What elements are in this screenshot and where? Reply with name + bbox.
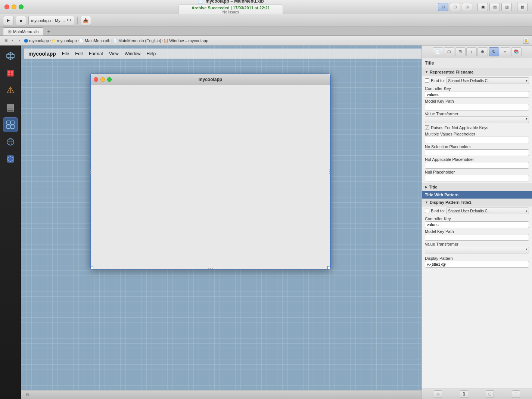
maximize-button[interactable]: [19, 4, 24, 9]
sidebar-icon-cube2[interactable]: [3, 152, 18, 166]
app-menu-bar: mycoolapp File Edit Format View Window H…: [24, 49, 421, 59]
mac-minimize-btn[interactable]: [100, 77, 105, 82]
breadcrumb-label-4: MainMenu.xib (English): [118, 38, 161, 43]
disclosure-arrow-icon: ▼: [425, 70, 428, 74]
menu-format[interactable]: Format: [89, 51, 103, 56]
sidebar-icon-active[interactable]: [3, 117, 18, 132]
resize-bl[interactable]: [90, 266, 93, 269]
lock-icon[interactable]: 🔒: [523, 38, 529, 44]
inspector-effects-btn[interactable]: 📚: [511, 47, 522, 56]
breadcrumb-item-2[interactable]: 📁 mycoolapp: [52, 38, 77, 43]
add-tab-button[interactable]: +: [45, 28, 52, 35]
controller-key-input[interactable]: [425, 91, 529, 98]
tab-label: MainMenu.xib: [13, 29, 38, 34]
inspector-file-btn[interactable]: 📄: [433, 47, 443, 56]
inspector-quick-btn[interactable]: ⬡: [444, 47, 454, 56]
svg-rect-16: [11, 121, 14, 124]
breadcrumb-grid-icon[interactable]: ⊞: [3, 37, 9, 44]
menu-help[interactable]: Help: [146, 51, 156, 56]
inspector-identity-btn[interactable]: ⊟: [455, 47, 466, 56]
display-pattern-input[interactable]: [425, 261, 529, 268]
inspector-connections-btn[interactable]: ↻: [489, 47, 499, 56]
breadcrumb-sep-3: ›: [111, 38, 112, 43]
run-button[interactable]: ▶: [3, 16, 13, 25]
add-object-btn[interactable]: ⊞: [434, 390, 442, 398]
sidebar-icon-sphere[interactable]: [3, 134, 18, 149]
close-button[interactable]: [4, 4, 9, 9]
not-applicable-label: Not Applicable Placeholder: [422, 156, 532, 162]
null-placeholder-input[interactable]: [425, 175, 529, 181]
bind-to-checkbox[interactable]: [425, 78, 429, 83]
inspector-size-btn[interactable]: ⊕: [477, 47, 488, 56]
breadcrumb-item-3[interactable]: 📄 MainMenu.xib: [80, 38, 110, 43]
model-key-path-input-2[interactable]: [425, 234, 529, 241]
represented-filename-label: Represented Filename: [430, 70, 473, 74]
activity-monitor-btn[interactable]: 📥: [81, 16, 91, 25]
breadcrumb-item-4[interactable]: 📄 MainMenu.xib (English): [113, 38, 161, 43]
code-btn[interactable]: {}: [460, 390, 468, 398]
assistant2-view-btn[interactable]: ▥: [501, 3, 512, 11]
raises-label: Raises For Not Applicable Keys: [431, 125, 488, 130]
resize-br[interactable]: [327, 266, 330, 269]
version-view-btn[interactable]: ▤: [489, 3, 500, 11]
svg-rect-4: [7, 70, 14, 77]
sidebar-icon-list[interactable]: [3, 100, 18, 115]
sidebar-icon-cube[interactable]: [3, 49, 18, 63]
value-transformer-select[interactable]: [425, 116, 529, 123]
main-tab[interactable]: × MainMenu.xib: [3, 27, 43, 35]
sidebar-icon-cube-red[interactable]: [3, 66, 18, 81]
canvas-area[interactable]: mycoolapp File Edit Format View Window H…: [21, 46, 421, 399]
canvas-grid-icon[interactable]: ⊟: [24, 392, 31, 398]
sidebar-icon-triangle[interactable]: [3, 83, 18, 98]
menu-window[interactable]: Window: [125, 51, 141, 56]
breadcrumb-bar: ⊞ ‹ › 🔵 mycoolapp › 📁 mycoolapp › 📄 Main…: [0, 36, 532, 46]
bind-to-select[interactable]: Shared User Defaults C...: [446, 77, 529, 84]
inspector-attributes-btn[interactable]: ↑: [466, 47, 477, 56]
title-disclosure-row[interactable]: ▶ Title: [422, 183, 532, 191]
right-panel-content: Title ▼ Represented Filename Bind to: Sh…: [422, 58, 532, 389]
debug-view-btn[interactable]: ⊡: [450, 3, 460, 11]
menu-view[interactable]: View: [109, 51, 119, 56]
mac-zoom-btn[interactable]: [107, 77, 112, 82]
title-with-pattern-row[interactable]: Title With Pattern: [422, 191, 532, 199]
menu-file[interactable]: File: [62, 51, 69, 56]
breadcrumb-item-5[interactable]: 🪟 Window – mycoolapp: [164, 38, 208, 43]
breadcrumb-item-1[interactable]: 🔵 mycoolapp: [24, 38, 49, 43]
breadcrumb-back-btn[interactable]: ‹: [10, 37, 16, 44]
model-key-path-label: Model Key Path: [422, 98, 532, 104]
bind-to-select-2[interactable]: Shared User Defaults C...: [446, 208, 529, 214]
svg-rect-17: [7, 125, 10, 128]
navigator-view-btn[interactable]: ⊟: [438, 3, 448, 11]
bind-to-checkbox-2[interactable]: [425, 209, 429, 213]
model-key-path-input[interactable]: [425, 104, 529, 110]
assistant-view-btn[interactable]: ⊞: [462, 3, 472, 11]
value-transformer-select-2[interactable]: [425, 247, 529, 253]
minimize-button[interactable]: [12, 4, 16, 9]
menu-edit[interactable]: Edit: [75, 51, 83, 56]
breadcrumb-forward-btn[interactable]: ›: [16, 37, 22, 44]
svg-rect-22: [7, 156, 14, 162]
left-sidebar: [0, 46, 21, 399]
mac-window: mycoolapp: [90, 74, 331, 269]
canvas-bottom-bar: ⊟: [21, 390, 421, 399]
no-selection-input[interactable]: [425, 149, 529, 156]
inspector-bindings-btn[interactable]: ≡: [500, 47, 510, 56]
svg-rect-18: [11, 125, 14, 128]
raises-checkbox[interactable]: ✓: [425, 125, 429, 130]
library-btn[interactable]: ⬡: [486, 390, 494, 398]
controller-key-input-2[interactable]: [425, 221, 529, 228]
mac-close-btn[interactable]: [94, 77, 98, 82]
no-selection-label: No Selection Placeholder: [422, 143, 532, 149]
multiple-values-input[interactable]: [425, 137, 529, 143]
scheme-selector[interactable]: mycoolapp | My ... ⬆⬇: [28, 16, 74, 25]
model-key-path-label-2: Model Key Path: [422, 228, 532, 234]
not-applicable-input[interactable]: [425, 162, 529, 169]
organizer-btn[interactable]: ▦: [517, 3, 528, 11]
display-pattern-disclosure[interactable]: ▼ Display Pattern Title1: [422, 199, 532, 206]
tab-close-icon[interactable]: ×: [8, 30, 12, 34]
standard-view-btn[interactable]: ▣: [477, 3, 488, 11]
media-btn[interactable]: ☰: [512, 390, 520, 398]
stop-button[interactable]: ■: [16, 16, 26, 25]
archive-banner: Archive Succeeded | 17/03/2011 at 22:21 …: [178, 4, 283, 15]
represented-filename-disclosure[interactable]: ▼ Represented Filename: [422, 68, 532, 76]
